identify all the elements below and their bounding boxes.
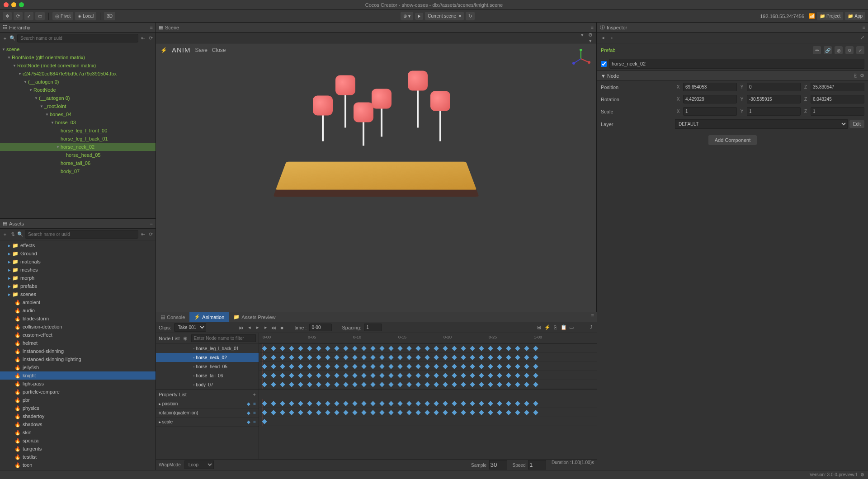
keyframe[interactable] <box>316 355 321 360</box>
anim-node-row[interactable]: ▫ horse_leg_l_back_01 <box>156 344 259 353</box>
minimize-window[interactable] <box>11 2 16 7</box>
keyframe[interactable] <box>280 382 285 387</box>
keyframe[interactable] <box>379 373 384 378</box>
keyframe[interactable] <box>506 364 511 369</box>
keyframe[interactable] <box>262 373 267 378</box>
hierarchy-node[interactable]: ▼RootNode (model correction matrix) <box>0 61 156 70</box>
anim-prop-row[interactable]: ▸ scale◆≡ <box>156 418 259 427</box>
keyframe[interactable] <box>488 364 493 369</box>
keyframe[interactable] <box>425 346 429 351</box>
asset-item[interactable]: ▸ 📁materials <box>0 258 156 266</box>
gear-icon[interactable]: ⚙ ▾ <box>587 32 594 44</box>
keyframe[interactable] <box>289 355 294 360</box>
keyframe[interactable] <box>452 382 457 387</box>
keyframe[interactable] <box>325 364 330 369</box>
keyframe-row[interactable] <box>259 371 597 380</box>
tab-console[interactable]: ▤ Console <box>156 312 189 322</box>
asset-item[interactable]: 🔥skin <box>0 428 156 437</box>
hierarchy-node[interactable]: body_07 <box>0 167 156 175</box>
keyframe[interactable] <box>316 364 321 369</box>
asset-item[interactable]: 🔥toon <box>0 461 156 469</box>
scale-tool[interactable]: ⤢ <box>24 12 33 20</box>
keyframe[interactable] <box>271 346 276 351</box>
keyframe-row[interactable] <box>259 362 597 371</box>
keyframe[interactable] <box>397 364 402 369</box>
keyframe[interactable] <box>325 373 330 378</box>
asset-item[interactable]: 🔥custom-effect <box>0 331 156 339</box>
skip-back-icon[interactable]: ⏮ <box>239 325 244 330</box>
keyframe[interactable] <box>461 410 466 415</box>
keyframe[interactable] <box>425 382 429 387</box>
keyframe[interactable] <box>352 346 357 351</box>
keyframe[interactable] <box>379 346 384 351</box>
keyframe[interactable] <box>298 410 303 415</box>
asset-item[interactable]: 🔥ambient <box>0 298 156 306</box>
asset-item[interactable]: 🔥helmet <box>0 339 156 347</box>
keyframe[interactable] <box>415 410 420 415</box>
keyframe[interactable] <box>415 346 420 351</box>
keyframe[interactable] <box>289 346 294 351</box>
hierarchy-node[interactable]: ▼c2475420cd6847fe9bd9c7a79c391504.fbx <box>0 70 156 78</box>
keyframe[interactable] <box>406 364 411 369</box>
keyframe[interactable] <box>352 373 357 378</box>
gear-icon[interactable]: ⚙ <box>860 73 864 79</box>
asset-item[interactable]: ▸ 📁scenes <box>0 290 156 298</box>
keyframe[interactable] <box>298 346 303 351</box>
sample-input[interactable] <box>489 460 507 470</box>
stop-icon[interactable]: ■ <box>279 325 285 330</box>
pos-x[interactable] <box>683 83 737 91</box>
keyframe[interactable] <box>415 364 420 369</box>
app-button[interactable]: 📁 App <box>845 12 865 20</box>
screen-icon[interactable]: ▭ <box>569 324 574 330</box>
keyframe[interactable] <box>506 346 511 351</box>
keyframe[interactable] <box>379 364 384 369</box>
keyframe[interactable] <box>307 373 312 378</box>
keyframe[interactable] <box>470 364 475 369</box>
step-fwd-icon[interactable]: ▸ <box>263 324 269 330</box>
play-button[interactable] <box>415 13 423 20</box>
scl-x[interactable] <box>683 107 737 116</box>
keyframe[interactable] <box>406 410 411 415</box>
tab-animation[interactable]: ⚡ Animation <box>189 312 229 322</box>
unlink-icon[interactable]: ⚮ <box>813 46 821 54</box>
revert-icon[interactable]: ↻ <box>845 46 854 54</box>
maximize-window[interactable] <box>19 2 24 7</box>
keyframe[interactable] <box>361 346 366 351</box>
clip-select[interactable]: Take 001 <box>174 323 206 332</box>
keyframe[interactable] <box>397 410 402 415</box>
keyframe[interactable] <box>406 382 411 387</box>
keyframe[interactable] <box>316 382 321 387</box>
keyframe[interactable] <box>443 355 448 360</box>
keyframe[interactable] <box>388 410 393 415</box>
anim-prop-row[interactable]: rotation(quaternion)◆≡ <box>156 409 259 418</box>
keyframe[interactable] <box>316 410 321 415</box>
keyframe[interactable] <box>262 355 267 360</box>
keyframe[interactable] <box>479 355 484 360</box>
status-gear-icon[interactable]: ⚙ <box>860 472 864 477</box>
keyframe[interactable] <box>307 346 312 351</box>
keyframe[interactable] <box>334 364 339 369</box>
sort-icon[interactable]: ⇅ <box>9 231 16 237</box>
keyframe[interactable] <box>533 410 538 415</box>
keyframe[interactable] <box>415 355 420 360</box>
keyframe[interactable] <box>334 401 339 406</box>
keyframe[interactable] <box>524 346 529 351</box>
keyframe[interactable] <box>452 401 457 406</box>
view-3d[interactable]: 3D <box>104 12 115 20</box>
asset-item[interactable]: ▸ 📁morph <box>0 274 156 282</box>
rot-y[interactable] <box>747 95 801 103</box>
keyframe[interactable] <box>397 373 402 378</box>
keyframe[interactable] <box>515 382 520 387</box>
hierarchy-node[interactable]: ▼RootNode (gltf orientation matrix) <box>0 53 156 61</box>
keyframe[interactable] <box>370 401 375 406</box>
node-name-input[interactable] <box>609 59 864 69</box>
keyframe[interactable] <box>533 364 538 369</box>
keyframe[interactable] <box>325 355 330 360</box>
keyframe[interactable] <box>370 382 375 387</box>
anim-node-row[interactable]: ▫ horse_head_05 <box>156 362 259 371</box>
keyframe[interactable] <box>443 382 448 387</box>
asset-item[interactable]: 🔥tangents <box>0 445 156 453</box>
keyframe[interactable] <box>470 355 475 360</box>
keyframe[interactable] <box>461 355 466 360</box>
anim-close[interactable]: Close <box>212 47 226 53</box>
